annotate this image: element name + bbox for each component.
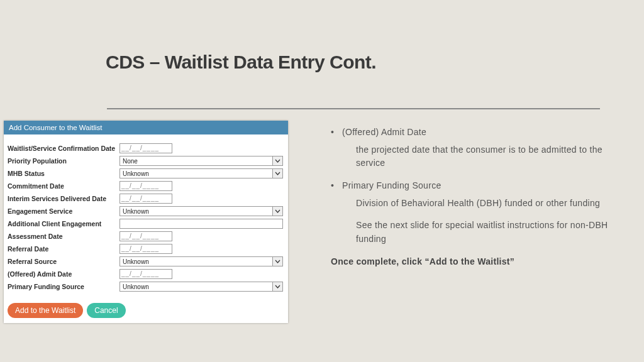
offered-admit-date-input[interactable]: __/__/____ [119, 269, 172, 279]
notes-area: • (Offered) Admit Date the projected dat… [331, 124, 610, 269]
field-row: MHB Status Unknown [8, 168, 284, 178]
referral-date-input[interactable]: __/__/____ [119, 244, 172, 254]
select-value: Unknown [121, 208, 149, 215]
panel-header: Add Consumer to the Waitlist [4, 121, 288, 134]
field-row: Interim Services Delivered Date __/__/__… [8, 194, 284, 204]
divider [107, 108, 600, 109]
priority-population-select[interactable]: None [119, 156, 283, 166]
additional-engagement-input[interactable] [119, 219, 283, 229]
field-label: Primary Funding Source [8, 282, 119, 291]
bullet-sub: Division of Behavioral Health (DBH) fund… [356, 197, 610, 211]
field-label: Commitment Date [8, 181, 119, 190]
field-row: Priority Population None [8, 156, 284, 166]
field-label: Priority Population [8, 156, 119, 165]
select-value: Unknown [121, 170, 149, 177]
mhb-status-select[interactable]: Unknown [119, 168, 283, 178]
field-row: Commitment Date __/__/____ [8, 181, 284, 191]
field-row: Waitlist/Service Confirmation Date __/__… [8, 143, 284, 153]
field-label: Additional Client Engagement [8, 219, 119, 228]
waitlist-form-panel: Add Consumer to the Waitlist Waitlist/Se… [4, 121, 288, 323]
chevron-down-icon [272, 207, 282, 216]
chevron-down-icon [272, 282, 282, 291]
field-label: Referral Source [8, 256, 119, 266]
chevron-down-icon [272, 156, 282, 165]
field-label: MHB Status [8, 168, 119, 178]
engagement-service-select[interactable]: Unknown [119, 206, 283, 216]
assessment-date-input[interactable]: __/__/____ [119, 231, 172, 241]
select-value: None [121, 158, 138, 165]
field-row: Primary Funding Source Unknown [8, 282, 284, 292]
page-title: CDS – Waitlist Data Entry Cont. [106, 52, 376, 73]
field-label: Interim Services Delivered Date [8, 194, 119, 203]
cancel-button[interactable]: Cancel [87, 303, 125, 318]
bullet-text: (Offered) Admit Date [342, 126, 426, 140]
field-row: Additional Client Engagement [8, 219, 284, 229]
field-label: Assessment Date [8, 231, 119, 241]
bullet-dot: • [331, 126, 342, 140]
field-label: Referral Date [8, 244, 119, 253]
chevron-down-icon [272, 257, 282, 266]
field-label: Engagement Service [8, 206, 119, 216]
field-row: Referral Source Unknown [8, 256, 284, 266]
bullet-sub: See the next slide for special waitlist … [356, 219, 610, 246]
commitment-date-input[interactable]: __/__/____ [119, 181, 172, 191]
field-row: (Offered) Admit Date __/__/____ [8, 269, 284, 279]
select-value: Unknown [121, 258, 149, 265]
add-to-waitlist-button[interactable]: Add to the Waitlist [8, 303, 83, 318]
bullet-text: Primary Funding Source [342, 179, 441, 193]
conclusion-text: Once complete, click “Add to the Waitlis… [331, 255, 610, 269]
form-body: Waitlist/Service Confirmation Date __/__… [4, 134, 288, 299]
bullet: • Primary Funding Source [331, 179, 610, 193]
referral-source-select[interactable]: Unknown [119, 256, 283, 266]
bullet-dot: • [331, 179, 342, 193]
interim-services-date-input[interactable]: __/__/____ [119, 194, 172, 204]
funding-source-select[interactable]: Unknown [119, 282, 283, 292]
field-row: Engagement Service Unknown [8, 206, 284, 216]
button-bar: Add to the Waitlist Cancel [4, 299, 288, 323]
field-label: (Offered) Admit Date [8, 269, 119, 278]
field-label: Waitlist/Service Confirmation Date [8, 143, 119, 153]
bullet-sub: the projected date that the consumer is … [356, 143, 610, 170]
chevron-down-icon [272, 169, 282, 178]
field-row: Assessment Date __/__/____ [8, 231, 284, 241]
field-row: Referral Date __/__/____ [8, 244, 284, 254]
confirmation-date-input[interactable]: __/__/____ [119, 143, 172, 153]
bullet: • (Offered) Admit Date [331, 126, 610, 140]
select-value: Unknown [121, 283, 149, 290]
